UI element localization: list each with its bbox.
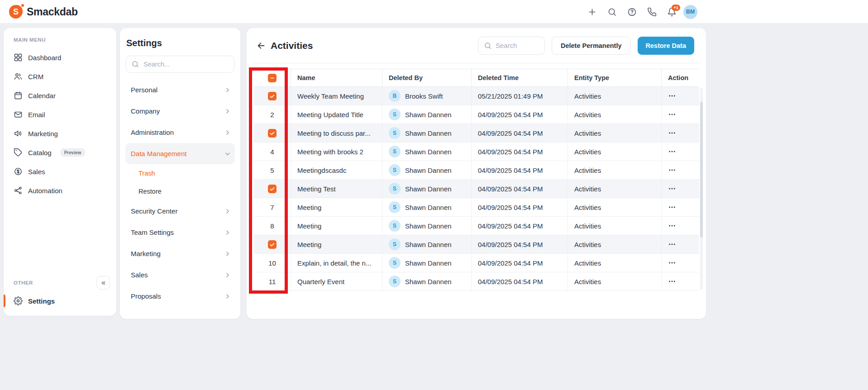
row-name: Meeting bbox=[291, 198, 382, 216]
sidebar-item-label: Automation bbox=[28, 187, 62, 195]
row-name: Explain, in detail, the n... bbox=[291, 254, 382, 272]
row-actions-button[interactable] bbox=[662, 180, 699, 198]
column-header-deleted-time[interactable]: Deleted Time bbox=[472, 69, 568, 86]
speaker-icon bbox=[14, 129, 23, 138]
ellipsis-icon bbox=[668, 92, 676, 100]
settings-item-personal[interactable]: Personal bbox=[125, 79, 235, 100]
settings-item-marketing[interactable]: Marketing bbox=[125, 243, 235, 264]
row-actions-button[interactable] bbox=[662, 124, 699, 142]
row-actions-button[interactable] bbox=[662, 254, 699, 272]
settings-subitem-restore[interactable]: Restore bbox=[125, 182, 235, 200]
deleted-by-name: Shawn Dannen bbox=[405, 259, 452, 267]
ellipsis-icon bbox=[668, 277, 676, 285]
row-actions-button[interactable] bbox=[662, 198, 699, 216]
notifications-button[interactable]: +1 bbox=[663, 4, 680, 20]
row-select-cell[interactable]: 7 bbox=[254, 198, 291, 216]
settings-item-team-settings[interactable]: Team Settings bbox=[125, 222, 235, 243]
settings-item-label: Data Management bbox=[131, 150, 186, 157]
user-avatar[interactable]: BM bbox=[683, 5, 697, 19]
settings-search-box[interactable] bbox=[126, 56, 234, 73]
row-checkbox[interactable] bbox=[268, 240, 277, 249]
settings-item-company[interactable]: Company bbox=[125, 100, 235, 122]
user-avatar: S bbox=[389, 276, 401, 287]
mail-icon bbox=[14, 110, 23, 119]
row-entity-type: Activities bbox=[568, 124, 662, 142]
search-button[interactable] bbox=[604, 4, 620, 20]
people-icon bbox=[14, 72, 23, 81]
deleted-by-name: Shawn Dannen bbox=[405, 166, 452, 174]
row-entity-type: Activities bbox=[568, 161, 662, 179]
help-button[interactable] bbox=[624, 4, 640, 20]
row-select-cell[interactable]: 9 bbox=[254, 235, 291, 253]
chevron-right-icon bbox=[224, 250, 231, 257]
select-all-cell[interactable] bbox=[254, 69, 291, 86]
sidebar-item-catalog[interactable]: Catalog Preview bbox=[4, 143, 116, 162]
settings-search-input[interactable] bbox=[143, 61, 229, 68]
table-search-box[interactable] bbox=[478, 37, 545, 55]
row-actions-button[interactable] bbox=[662, 272, 699, 290]
row-select-cell[interactable]: 4 bbox=[254, 143, 291, 161]
row-actions-button[interactable] bbox=[662, 235, 699, 253]
settings-item-sales[interactable]: Sales bbox=[125, 264, 235, 285]
restore-data-button[interactable]: Restore Data bbox=[638, 37, 694, 55]
settings-item-label: Administration bbox=[131, 128, 174, 136]
sidebar-item-sales[interactable]: Sales bbox=[4, 162, 116, 181]
dollar-icon bbox=[14, 167, 23, 176]
row-actions-button[interactable] bbox=[662, 217, 699, 235]
row-name: Meeting Test bbox=[291, 180, 382, 198]
deleted-by-name: Shawn Dannen bbox=[405, 111, 452, 119]
sidebar-item-email[interactable]: Email bbox=[4, 105, 116, 124]
row-entity-type: Activities bbox=[568, 217, 662, 235]
gear-icon bbox=[14, 296, 23, 305]
row-deleted-time: 04/09/2025 04:54 PM bbox=[472, 198, 568, 216]
table-search-input[interactable] bbox=[496, 42, 539, 49]
row-select-cell[interactable]: 3 bbox=[254, 124, 291, 142]
automation-icon bbox=[14, 186, 23, 195]
settings-item-security-center[interactable]: Security Center bbox=[125, 200, 235, 222]
table-row: 3 Meeting to discuss par... S Shawn Dann… bbox=[254, 124, 699, 143]
row-entity-type: Activities bbox=[568, 87, 662, 105]
settings-item-proposals[interactable]: Proposals bbox=[125, 285, 235, 307]
column-header-entity-type[interactable]: Entity Type bbox=[568, 69, 662, 86]
delete-permanently-button[interactable]: Delete Permanently bbox=[552, 37, 631, 55]
row-select-cell[interactable]: 5 bbox=[254, 161, 291, 179]
brand[interactable]: S Smackdab bbox=[9, 0, 78, 24]
settings-subitem-trash[interactable]: Trash bbox=[125, 164, 235, 182]
table-scrollbar-thumb[interactable] bbox=[700, 102, 703, 238]
row-select-cell[interactable]: 6 bbox=[254, 180, 291, 198]
deleted-by-name: Shawn Dannen bbox=[405, 278, 452, 285]
row-select-cell[interactable]: 2 bbox=[254, 105, 291, 124]
row-deleted-by: S Shawn Dannen bbox=[382, 254, 472, 272]
table-row: 9 Meeting S Shawn Dannen 04/09/2025 04:5… bbox=[254, 235, 699, 254]
collapse-sidebar-button[interactable] bbox=[96, 276, 110, 290]
row-select-cell[interactable]: 8 bbox=[254, 217, 291, 235]
row-select-cell[interactable]: 11 bbox=[254, 272, 291, 290]
sidebar-item-calendar[interactable]: Calendar bbox=[4, 86, 116, 105]
select-all-checkbox[interactable] bbox=[268, 74, 277, 82]
back-button[interactable] bbox=[253, 38, 269, 54]
chevron-right-icon bbox=[224, 208, 231, 215]
row-actions-button[interactable] bbox=[662, 105, 699, 124]
calendar-icon bbox=[14, 91, 23, 100]
settings-item-administration[interactable]: Administration bbox=[125, 122, 235, 143]
row-name: Meeting bbox=[291, 235, 382, 253]
sidebar-item-marketing[interactable]: Marketing bbox=[4, 124, 116, 143]
row-actions-button[interactable] bbox=[662, 161, 699, 179]
settings-item-data-management[interactable]: Data Management bbox=[125, 143, 235, 164]
sidebar-item-automation[interactable]: Automation bbox=[4, 181, 116, 200]
sidebar-item-dashboard[interactable]: Dashboard bbox=[4, 48, 116, 67]
row-select-cell[interactable]: 1 bbox=[254, 87, 291, 105]
row-checkbox[interactable] bbox=[268, 92, 277, 100]
row-checkbox[interactable] bbox=[268, 129, 277, 138]
row-select-cell[interactable]: 10 bbox=[254, 254, 291, 272]
row-checkbox[interactable] bbox=[268, 185, 277, 193]
sidebar-item-crm[interactable]: CRM bbox=[4, 67, 116, 86]
row-actions-button[interactable] bbox=[662, 87, 699, 105]
sidebar-item-settings[interactable]: Settings bbox=[4, 291, 116, 310]
column-header-deleted-by[interactable]: Deleted By bbox=[382, 69, 472, 86]
phone-button[interactable] bbox=[644, 4, 660, 20]
row-actions-button[interactable] bbox=[662, 143, 699, 161]
column-header-name[interactable]: Name bbox=[291, 69, 382, 86]
row-name: Meeting bbox=[291, 217, 382, 235]
add-button[interactable] bbox=[584, 4, 600, 20]
